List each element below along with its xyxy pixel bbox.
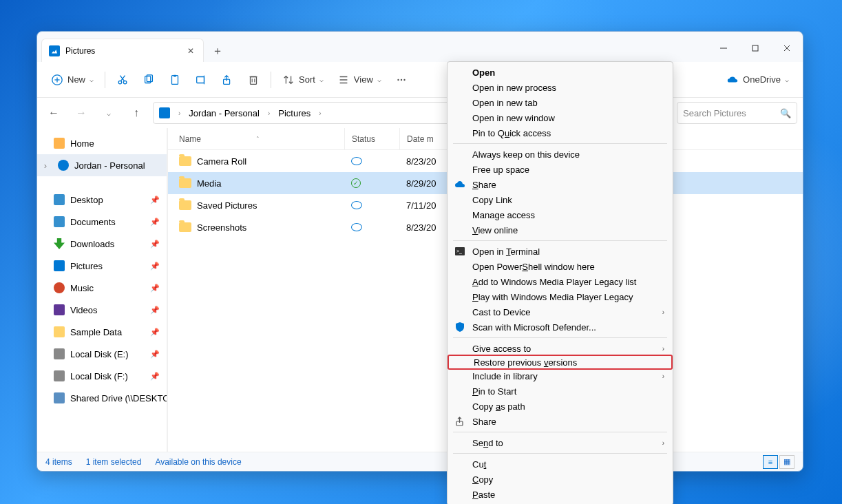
sidebar-item-disk-e[interactable]: Local Disk (E:)📌 bbox=[37, 343, 167, 365]
sidebar-item-disk-f[interactable]: Local Disk (F:)📌 bbox=[37, 365, 167, 387]
sidebar-item-downloads[interactable]: Downloads📌 bbox=[37, 233, 167, 255]
pin-icon: 📌 bbox=[150, 196, 160, 204]
svg-line-9 bbox=[120, 75, 124, 81]
new-tab-button[interactable]: ＋ bbox=[207, 40, 229, 62]
downloads-icon bbox=[54, 238, 65, 249]
share-button[interactable] bbox=[215, 67, 239, 92]
cm-manage-access[interactable]: Manage access bbox=[448, 207, 673, 222]
cm-copy[interactable]: Copy bbox=[448, 472, 673, 487]
cut-button[interactable] bbox=[111, 67, 134, 92]
new-button[interactable]: New ⌵ bbox=[45, 67, 99, 92]
view-button[interactable]: View ⌵ bbox=[332, 67, 387, 92]
cm-copy-link[interactable]: Copy Link bbox=[448, 192, 673, 207]
pin-icon: 📌 bbox=[150, 262, 160, 271]
cloud-only-icon bbox=[351, 223, 362, 231]
cm-terminal[interactable]: >_Open in Terminal bbox=[448, 244, 673, 259]
back-button[interactable]: ← bbox=[43, 102, 65, 124]
close-tab-button[interactable]: ✕ bbox=[185, 45, 196, 56]
search-input[interactable]: Search Pictures 🔍 bbox=[677, 102, 797, 124]
plus-circle-icon bbox=[51, 74, 63, 86]
close-button[interactable] bbox=[771, 37, 803, 59]
pictures-icon bbox=[159, 107, 170, 118]
home-icon bbox=[54, 138, 65, 149]
col-name[interactable]: Name˄ bbox=[168, 134, 344, 144]
clipboard-icon bbox=[169, 74, 181, 86]
cm-send-to[interactable]: Send to› bbox=[448, 435, 673, 450]
cm-give-access[interactable]: Give access to› bbox=[448, 341, 673, 356]
share-icon bbox=[454, 416, 465, 427]
cm-open[interactable]: Open bbox=[448, 65, 673, 80]
cm-open-process[interactable]: Open in new process bbox=[448, 80, 673, 95]
cm-cast[interactable]: Cast to Device› bbox=[448, 304, 673, 319]
cm-share[interactable]: Share bbox=[448, 177, 673, 192]
details-view-button[interactable]: ≡ bbox=[763, 455, 778, 469]
minimize-button[interactable] bbox=[708, 37, 739, 59]
cm-open-tab[interactable]: Open in new tab bbox=[448, 95, 673, 110]
cm-cut[interactable]: Cut bbox=[448, 456, 673, 472]
ellipsis-icon bbox=[395, 74, 408, 86]
cm-paste[interactable]: Paste bbox=[448, 487, 673, 502]
file-name: Media bbox=[197, 178, 221, 189]
desktop-icon bbox=[54, 194, 65, 205]
onedrive-button[interactable]: OneDrive ⌵ bbox=[721, 67, 794, 92]
cm-powershell[interactable]: Open PowerShell window here bbox=[448, 259, 673, 274]
pictures-icon bbox=[54, 260, 65, 271]
rename-icon bbox=[195, 74, 207, 86]
tab-title: Pictures bbox=[65, 46, 95, 56]
copy-icon bbox=[143, 74, 155, 86]
cm-always-keep[interactable]: Always keep on this device bbox=[448, 147, 673, 162]
recent-button[interactable]: ⌵ bbox=[98, 102, 120, 124]
more-button[interactable] bbox=[390, 67, 413, 92]
cm-include-library[interactable]: Include in library› bbox=[448, 368, 673, 384]
svg-rect-14 bbox=[173, 74, 176, 76]
col-status[interactable]: Status bbox=[344, 128, 399, 149]
cm-share2[interactable]: Share bbox=[448, 414, 673, 429]
svg-text:>_: >_ bbox=[456, 249, 462, 254]
paste-button[interactable] bbox=[163, 67, 187, 92]
sidebar-item-pictures[interactable]: Pictures📌 bbox=[37, 255, 167, 277]
cm-open-window[interactable]: Open in new window bbox=[448, 110, 673, 125]
thumbnail-view-button[interactable]: ▦ bbox=[779, 455, 794, 469]
cm-defender[interactable]: Scan with Microsoft Defender... bbox=[448, 319, 673, 335]
sort-button[interactable]: Sort ⌵ bbox=[277, 67, 329, 92]
sidebar-item-desktop[interactable]: Desktop📌 bbox=[37, 189, 167, 211]
cm-pin-quick[interactable]: Pin to Quick access bbox=[448, 125, 673, 140]
sidebar-item-shared[interactable]: Shared Drive (\\DESKTOP- bbox=[37, 387, 167, 409]
rename-button[interactable] bbox=[189, 67, 213, 92]
up-button[interactable]: ↑ bbox=[125, 102, 147, 124]
cm-wmp-list[interactable]: Add to Windows Media Player Legacy list bbox=[448, 274, 673, 289]
forward-button[interactable]: → bbox=[70, 102, 92, 124]
cm-free-space[interactable]: Free up space bbox=[448, 162, 673, 177]
sidebar-item-home[interactable]: Home bbox=[37, 132, 167, 154]
breadcrumb-part[interactable]: Jordan - Personal bbox=[186, 105, 262, 121]
file-name: Saved Pictures bbox=[197, 200, 257, 211]
tab-pictures[interactable]: Pictures ✕ bbox=[41, 39, 204, 62]
chevron-down-icon: ⌵ bbox=[319, 76, 324, 83]
cloud-icon bbox=[726, 74, 739, 86]
breadcrumb-part[interactable]: Pictures bbox=[275, 105, 313, 121]
cm-view-online[interactable]: View online bbox=[448, 222, 673, 238]
explorer-window: Pictures ✕ ＋ New ⌵ Sort ⌵ View bbox=[36, 31, 803, 472]
pin-icon: 📌 bbox=[150, 328, 160, 337]
copy-button[interactable] bbox=[137, 67, 160, 92]
pin-icon: 📌 bbox=[150, 306, 160, 315]
delete-button[interactable] bbox=[242, 67, 265, 92]
cm-pin-start[interactable]: Pin to Start bbox=[448, 384, 673, 399]
onedrive-icon bbox=[58, 160, 69, 171]
cm-restore-versions[interactable]: Restore previous versions bbox=[448, 355, 673, 370]
sidebar-item-music[interactable]: Music📌 bbox=[37, 277, 167, 299]
cm-wmp-play[interactable]: Play with Windows Media Player Legacy bbox=[448, 289, 673, 304]
maximize-button[interactable] bbox=[739, 37, 771, 59]
folder-icon bbox=[179, 156, 191, 166]
sidebar-item-documents[interactable]: Documents📌 bbox=[37, 211, 167, 233]
music-icon bbox=[54, 282, 65, 293]
status-selected: 1 item selected bbox=[86, 457, 142, 467]
chevron-right-icon: › bbox=[662, 308, 664, 316]
chevron-down-icon: ⌵ bbox=[90, 76, 94, 83]
cloud-only-icon bbox=[351, 201, 362, 209]
svg-rect-18 bbox=[251, 76, 257, 84]
sidebar-item-personal[interactable]: Jordan - Personal bbox=[37, 154, 167, 176]
cm-copy-path[interactable]: Copy as path bbox=[448, 399, 673, 414]
sidebar-item-videos[interactable]: Videos📌 bbox=[37, 299, 167, 321]
sidebar-item-sample[interactable]: Sample Data📌 bbox=[37, 321, 167, 343]
